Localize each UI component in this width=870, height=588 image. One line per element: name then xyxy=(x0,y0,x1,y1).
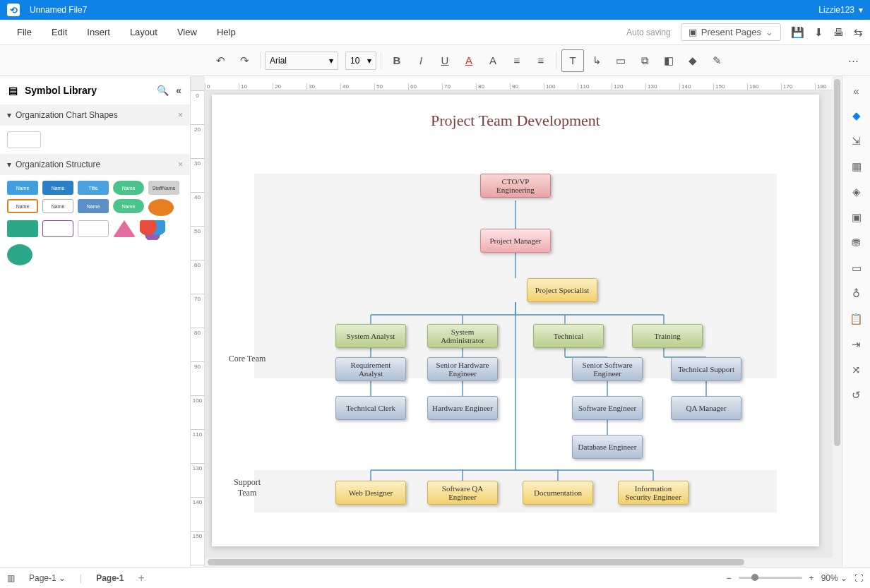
share-icon[interactable]: ⇆ xyxy=(854,26,863,39)
brush-button[interactable]: ✎ xyxy=(705,49,728,72)
page-dropdown[interactable]: Page-1 ⌄ xyxy=(26,572,68,584)
node-sw-eng[interactable]: Software Engineer xyxy=(572,396,643,420)
page-tab-current[interactable]: Page-1 xyxy=(93,572,126,584)
search-icon[interactable]: 🔍 xyxy=(157,85,169,96)
redo-button[interactable]: ↷ xyxy=(233,49,256,72)
pages-menu-icon[interactable]: ▥ xyxy=(7,573,15,583)
node-tech-support[interactable]: Technical Support xyxy=(671,357,741,381)
shape-thumb[interactable]: StaffName xyxy=(148,181,179,195)
node-db-eng[interactable]: Database Engineer xyxy=(572,435,643,459)
shape-thumb[interactable]: Name xyxy=(78,199,109,213)
node-qa-mgr[interactable]: QA Manager xyxy=(671,396,741,420)
shape-thumb[interactable]: Name xyxy=(7,199,38,213)
shape-thumb[interactable] xyxy=(7,131,41,148)
shape-thumb[interactable]: Name xyxy=(42,181,73,195)
node-cto[interactable]: CTO/VP Engineering xyxy=(480,174,551,198)
undo-button[interactable]: ↶ xyxy=(209,49,232,72)
shape-thumb[interactable]: Name xyxy=(113,181,144,195)
highlight-button[interactable]: A xyxy=(482,49,504,72)
layers-panel-icon[interactable]: ◈ xyxy=(850,185,864,199)
zoom-in-button[interactable]: + xyxy=(809,573,814,583)
font-color-button[interactable]: A xyxy=(458,49,480,72)
close-icon[interactable]: × xyxy=(178,110,183,120)
menu-insert[interactable]: Insert xyxy=(77,27,120,37)
canvas-viewport[interactable]: Project Team Development Core Team Suppo… xyxy=(205,90,870,567)
node-technical[interactable]: Technical xyxy=(533,324,604,348)
more-options-button[interactable]: ⋯ xyxy=(842,49,864,72)
export-panel-icon[interactable]: ⇲ xyxy=(850,134,864,148)
close-icon[interactable]: × xyxy=(178,160,183,169)
present-pages-button[interactable]: ▣ Present Pages ⌄ xyxy=(681,23,781,41)
node-training[interactable]: Training xyxy=(632,324,703,348)
clipboard-panel-icon[interactable]: 📋 xyxy=(850,312,864,326)
shape-thumb[interactable] xyxy=(7,244,32,265)
node-sys-admin[interactable]: System Administrator xyxy=(427,324,498,348)
present-panel-icon[interactable]: ▣ xyxy=(850,210,864,224)
shape-thumb[interactable] xyxy=(140,220,165,240)
node-sw-qa[interactable]: Software QA Engineer xyxy=(427,481,498,505)
shuffle-panel-icon[interactable]: ⤨ xyxy=(850,363,864,377)
node-doc[interactable]: Documentation xyxy=(523,481,593,505)
fullscreen-button[interactable]: ⛶ xyxy=(854,573,863,583)
scrollbar-horizontal[interactable] xyxy=(205,558,833,567)
user-menu[interactable]: Lizzie123 ▾ xyxy=(818,5,863,15)
connector-button[interactable]: ↳ xyxy=(585,49,608,72)
menu-help[interactable]: Help xyxy=(207,27,246,37)
scrollbar-vertical[interactable] xyxy=(833,76,842,567)
shape-button[interactable]: ▭ xyxy=(609,49,632,72)
bold-button[interactable]: B xyxy=(386,49,408,72)
shape-thumb[interactable] xyxy=(148,199,174,216)
shape-thumb[interactable] xyxy=(7,220,38,237)
save-icon[interactable]: 💾 xyxy=(791,26,804,39)
node-hw-eng[interactable]: Hardware Engineer xyxy=(427,396,498,420)
palette-section-org-structure[interactable]: ▾ Organization Structure × xyxy=(0,154,190,175)
shape-thumb[interactable]: Title xyxy=(78,181,109,195)
image-panel-icon[interactable]: ▭ xyxy=(850,261,864,275)
shape-thumb[interactable]: Name xyxy=(7,181,38,195)
node-sr-hw[interactable]: Senior Hardware Engineer xyxy=(427,357,498,381)
underline-button[interactable]: U xyxy=(434,49,456,72)
shape-thumb[interactable] xyxy=(113,220,136,237)
node-ps[interactable]: Project Specialist xyxy=(527,278,597,302)
font-size-select[interactable]: 10▾ xyxy=(345,52,376,70)
tree-panel-icon[interactable]: ♁ xyxy=(850,287,864,301)
node-info-sec[interactable]: Information Security Engineer xyxy=(618,481,689,505)
align-center-button[interactable]: ≡ xyxy=(530,49,552,72)
arrange-button[interactable]: ◧ xyxy=(657,49,680,72)
history-panel-icon[interactable]: ↺ xyxy=(850,388,864,402)
text-tool-button[interactable]: T xyxy=(561,49,584,72)
add-page-button[interactable]: + xyxy=(138,572,145,584)
zoom-out-button[interactable]: − xyxy=(727,573,732,583)
shape-thumb[interactable] xyxy=(78,220,109,237)
data-panel-icon[interactable]: ⛃ xyxy=(850,236,864,250)
node-sys-analyst[interactable]: System Analyst xyxy=(335,324,406,348)
collapse-panel-icon[interactable]: « xyxy=(850,83,864,97)
node-req-analyst[interactable]: Requirement Analyst xyxy=(335,357,406,381)
grid-panel-icon[interactable]: ▦ xyxy=(850,160,864,174)
zoom-slider[interactable] xyxy=(739,577,802,579)
fill-button[interactable]: ◆ xyxy=(681,49,704,72)
node-web-des[interactable]: Web Designer xyxy=(335,481,406,505)
menu-view[interactable]: View xyxy=(167,27,207,37)
download-icon[interactable]: ⬇ xyxy=(814,26,823,39)
group-button[interactable]: ⧉ xyxy=(633,49,656,72)
menu-edit[interactable]: Edit xyxy=(42,27,77,37)
italic-button[interactable]: I xyxy=(410,49,432,72)
diagram-title[interactable]: Project Team Development xyxy=(212,95,819,138)
node-tech-clerk[interactable]: Technical Clerk xyxy=(335,396,406,420)
print-icon[interactable]: 🖶 xyxy=(833,26,844,38)
menu-layout[interactable]: Layout xyxy=(120,27,167,37)
arrange-panel-icon[interactable]: ⇥ xyxy=(850,337,864,352)
node-sr-sw[interactable]: Senior Software Engineer xyxy=(572,357,643,381)
zoom-level[interactable]: 90% ⌄ xyxy=(821,573,847,583)
shape-thumb[interactable]: Name xyxy=(42,199,73,213)
style-panel-icon[interactable]: ◆ xyxy=(850,109,864,123)
palette-section-org-chart[interactable]: ▾ Organization Chart Shapes × xyxy=(0,104,190,126)
align-left-button[interactable]: ≡ xyxy=(506,49,528,72)
font-family-select[interactable]: Arial▾ xyxy=(265,52,338,70)
node-pm[interactable]: Project Manager xyxy=(480,229,551,253)
shape-thumb[interactable] xyxy=(42,220,73,237)
menu-file[interactable]: File xyxy=(7,27,42,37)
shape-thumb[interactable]: Name xyxy=(113,199,144,213)
collapse-sidebar-icon[interactable]: « xyxy=(176,85,181,96)
